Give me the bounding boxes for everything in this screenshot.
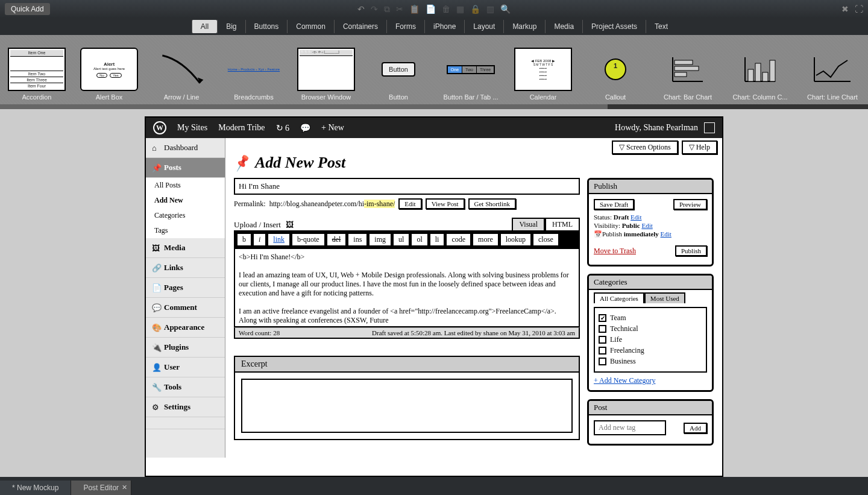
- refresh-count[interactable]: ↻ 6: [276, 123, 290, 133]
- fullscreen-icon[interactable]: ⛶: [855, 4, 863, 14]
- group-icon[interactable]: ▦: [456, 4, 464, 14]
- paste-icon[interactable]: 📋: [409, 4, 420, 14]
- sidebar-settings[interactable]: ⚙Settings: [146, 397, 225, 417]
- lookup-button[interactable]: lookup: [500, 233, 531, 246]
- cut-icon[interactable]: ✂: [396, 4, 403, 14]
- clipboard-icon[interactable]: 📄: [426, 4, 436, 14]
- move-to-trash-link[interactable]: Move to Trash: [594, 247, 636, 256]
- preview-button[interactable]: Preview: [673, 199, 707, 210]
- cattab-buttons[interactable]: Buttons: [245, 20, 288, 33]
- post-content-area[interactable]: <b>Hi I'm Shane!</b> I lead an amazing t…: [234, 249, 580, 327]
- sidebar-allposts[interactable]: All Posts: [146, 178, 225, 193]
- component-gallery[interactable]: Item OneItem TwoItem ThreeItem FourAccor…: [0, 35, 868, 104]
- gallery-item[interactable]: Arrow / Line: [146, 37, 217, 102]
- new-link[interactable]: + New: [321, 123, 344, 133]
- ins-button[interactable]: ins: [348, 233, 367, 246]
- close-tags-button[interactable]: close: [533, 233, 559, 246]
- add-tag-button[interactable]: Add: [684, 423, 707, 434]
- sidebar-pages[interactable]: 📄Pages: [146, 278, 225, 298]
- gallery-item[interactable]: 1Callout: [580, 37, 651, 102]
- html-tab[interactable]: HTML: [545, 218, 580, 230]
- tag-input[interactable]: [594, 420, 666, 435]
- sidebar-user[interactable]: 👤User: [146, 358, 225, 377]
- checkbox-icon[interactable]: [599, 336, 606, 344]
- sidebar-categories[interactable]: Categories: [146, 208, 225, 223]
- category-item[interactable]: Life: [599, 335, 702, 344]
- screen-options-button[interactable]: ▽ Screen Options: [612, 140, 678, 154]
- gallery-item[interactable]: Chart: Line Chart: [797, 37, 868, 102]
- cattab-text[interactable]: Text: [646, 20, 676, 33]
- redo-icon[interactable]: ↷: [371, 4, 378, 14]
- bold-button[interactable]: b: [237, 233, 251, 246]
- gallery-item[interactable]: Chart: Bar Chart: [652, 37, 723, 102]
- gallery-item[interactable]: Home › Products › Xyz › FeatureBreadcrum…: [218, 37, 289, 102]
- all-categories-tab[interactable]: All Categories: [594, 292, 644, 303]
- checkbox-icon[interactable]: [599, 325, 606, 333]
- ol-button[interactable]: ol: [411, 233, 427, 246]
- cattab-iphone[interactable]: iPhone: [424, 20, 464, 33]
- edit-publish-link[interactable]: Edit: [661, 230, 671, 238]
- gallery-item[interactable]: AlertAlert text goes hereNoYesAlert Box: [74, 37, 145, 102]
- doctab-post-editor[interactable]: Post Editor✕: [71, 481, 131, 495]
- gallery-scrollbar[interactable]: [0, 104, 868, 109]
- sidebar-tags[interactable]: Tags: [146, 223, 225, 238]
- cattab-markup[interactable]: Markup: [503, 20, 545, 33]
- cattab-containers[interactable]: Containers: [334, 20, 386, 33]
- sidebar-appearance[interactable]: 🎨Appearance: [146, 318, 225, 338]
- checkbox-icon[interactable]: [599, 347, 606, 355]
- checkbox-icon[interactable]: [599, 358, 606, 365]
- edit-visibility-link[interactable]: Edit: [641, 222, 652, 229]
- category-item[interactable]: Technical: [599, 324, 702, 333]
- cattab-layout[interactable]: Layout: [464, 20, 503, 33]
- add-category-link[interactable]: + Add New Category: [594, 376, 655, 385]
- category-item[interactable]: Business: [599, 357, 702, 366]
- edit-permalink-button[interactable]: Edit: [398, 198, 421, 209]
- lock-icon[interactable]: 🔒: [470, 4, 480, 14]
- li-button[interactable]: li: [430, 233, 445, 246]
- category-item[interactable]: Freelancing: [599, 346, 702, 355]
- undo-icon[interactable]: ↶: [357, 4, 365, 14]
- sidebar-comment[interactable]: 💬Comment: [146, 298, 225, 318]
- save-draft-button[interactable]: Save Draft: [594, 199, 634, 210]
- gallery-item[interactable]: ◀ FEB 2008 ▶S M T W T F S▪▪▪▪▪▪▪▪▪▪▪▪▪▪▪…: [508, 37, 579, 102]
- gallery-item[interactable]: Item OneItem TwoItem ThreeItem FourAccor…: [1, 37, 72, 102]
- img-button[interactable]: img: [369, 233, 391, 246]
- publish-button[interactable]: Publish: [675, 245, 707, 256]
- post-title-input[interactable]: [234, 178, 580, 195]
- sidebar-addnew[interactable]: Add New: [146, 193, 225, 208]
- sidebar-plugins[interactable]: 🔌Plugins: [146, 338, 225, 358]
- sidebar-dashboard[interactable]: ⌂Dashboard: [146, 138, 225, 158]
- cattab-big[interactable]: Big: [217, 20, 245, 33]
- mysites-link[interactable]: My Sites: [177, 123, 207, 133]
- del-button[interactable]: del: [327, 233, 347, 246]
- gallery-item[interactable]: OneTwoThreeButton Bar / Tab ...: [435, 37, 506, 102]
- search-icon[interactable]: 🔍: [500, 4, 511, 14]
- excerpt-textarea[interactable]: [241, 379, 573, 433]
- get-shortlink-button[interactable]: Get Shortlink: [468, 198, 517, 209]
- cattab-forms[interactable]: Forms: [386, 20, 424, 33]
- ul-button[interactable]: ul: [393, 233, 409, 246]
- delete-icon[interactable]: 🗑: [442, 4, 450, 14]
- edit-status-link[interactable]: Edit: [631, 213, 641, 221]
- wp-logo-icon[interactable]: W: [153, 121, 166, 134]
- bquote-button[interactable]: b-quote: [292, 233, 325, 246]
- ungroup-icon[interactable]: ▥: [486, 4, 494, 14]
- sidebar-media[interactable]: 🖼Media: [146, 238, 225, 258]
- code-button[interactable]: code: [446, 233, 471, 246]
- cattab-all[interactable]: All: [192, 20, 217, 33]
- gallery-item[interactable]: ⚪⚪⚪ ◁▷ ⟳ ⌂ [________]Browser Window: [291, 37, 362, 102]
- sidebar-links[interactable]: 🔗Links: [146, 258, 225, 278]
- more-button[interactable]: more: [473, 233, 498, 246]
- most-used-tab[interactable]: Most Used: [644, 292, 685, 303]
- media-upload-icon[interactable]: 🖼: [286, 220, 294, 230]
- help-button[interactable]: ▽ Help: [682, 140, 717, 154]
- sidebar-posts[interactable]: 📌Posts: [146, 158, 225, 178]
- cattab-assets[interactable]: Project Assets: [582, 20, 646, 33]
- comment-icon[interactable]: 💬: [300, 123, 310, 133]
- copy-icon[interactable]: ⧉: [384, 4, 390, 14]
- quickadd-button[interactable]: Quick Add: [5, 3, 50, 15]
- sidebar-tools[interactable]: 🔧Tools: [146, 377, 225, 397]
- visual-tab[interactable]: Visual: [512, 218, 545, 230]
- checkbox-checked-icon[interactable]: ✔: [599, 314, 606, 322]
- link-button[interactable]: link: [268, 233, 290, 246]
